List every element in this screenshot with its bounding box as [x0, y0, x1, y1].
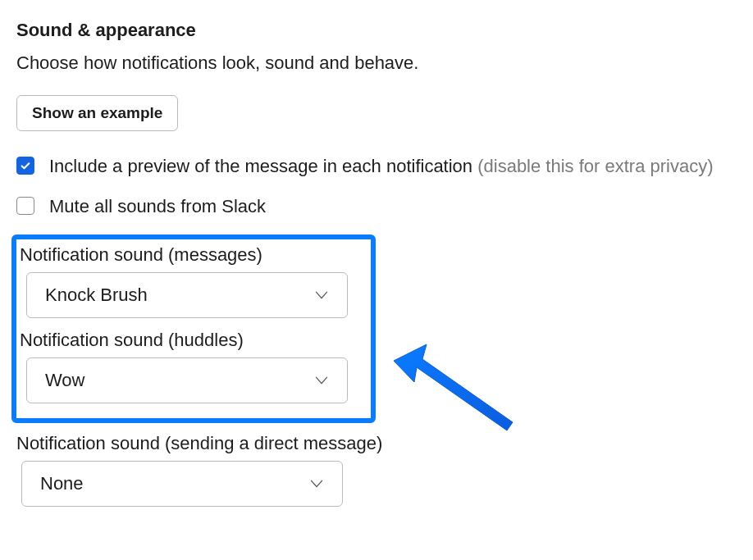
section-description: Choose how notifications look, sound and…: [16, 52, 737, 74]
huddles-sound-label: Notification sound (huddles): [16, 330, 366, 351]
dm-sound-select[interactable]: None: [21, 461, 343, 507]
messages-sound-value: Knock Brush: [45, 285, 148, 306]
messages-sound-select[interactable]: Knock Brush: [26, 272, 348, 318]
preview-label-text: Include a preview of the message in each…: [49, 156, 477, 176]
preview-hint-text: (disable this for extra privacy): [477, 156, 713, 176]
messages-sound-label: Notification sound (messages): [16, 244, 366, 266]
show-example-button[interactable]: Show an example: [16, 95, 178, 131]
chevron-down-icon: [308, 475, 326, 493]
highlight-annotation-box: Notification sound (messages) Knock Brus…: [11, 234, 376, 423]
huddles-sound-value: Wow: [45, 370, 85, 391]
preview-checkbox-label: Include a preview of the message in each…: [49, 154, 714, 180]
section-title: Sound & appearance: [16, 20, 737, 41]
mute-checkbox[interactable]: [16, 197, 34, 215]
huddles-sound-group: Notification sound (huddles) Wow: [16, 330, 366, 403]
preview-checkbox-row: Include a preview of the message in each…: [16, 154, 737, 180]
huddles-sound-select[interactable]: Wow: [26, 357, 348, 403]
chevron-down-icon: [313, 286, 331, 304]
mute-checkbox-label: Mute all sounds from Slack: [49, 194, 266, 220]
dm-sound-value: None: [40, 473, 84, 494]
dm-sound-group: Notification sound (sending a direct mes…: [16, 433, 737, 507]
chevron-down-icon: [313, 371, 331, 389]
mute-checkbox-row: Mute all sounds from Slack: [16, 194, 737, 220]
preview-checkbox[interactable]: [16, 157, 34, 175]
messages-sound-group: Notification sound (messages) Knock Brus…: [16, 244, 366, 318]
check-icon: [20, 160, 31, 171]
dm-sound-label: Notification sound (sending a direct mes…: [16, 433, 737, 454]
